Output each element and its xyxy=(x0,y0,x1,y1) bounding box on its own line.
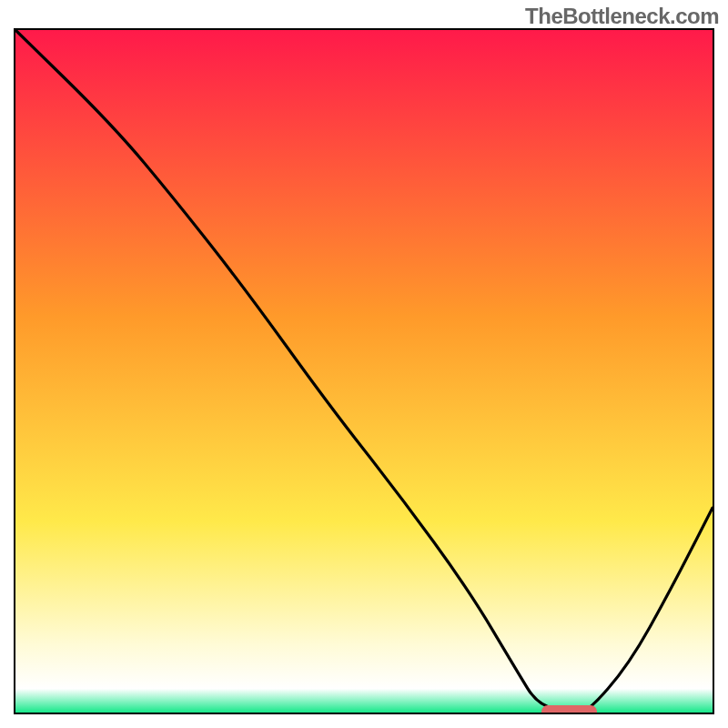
plot-area xyxy=(14,28,714,714)
optimal-marker xyxy=(541,705,598,714)
curve-svg xyxy=(15,30,713,713)
watermark-text: TheBottleneck.com xyxy=(525,4,719,29)
bottleneck-curve xyxy=(15,30,713,713)
chart-frame: TheBottleneck.com xyxy=(0,0,728,728)
